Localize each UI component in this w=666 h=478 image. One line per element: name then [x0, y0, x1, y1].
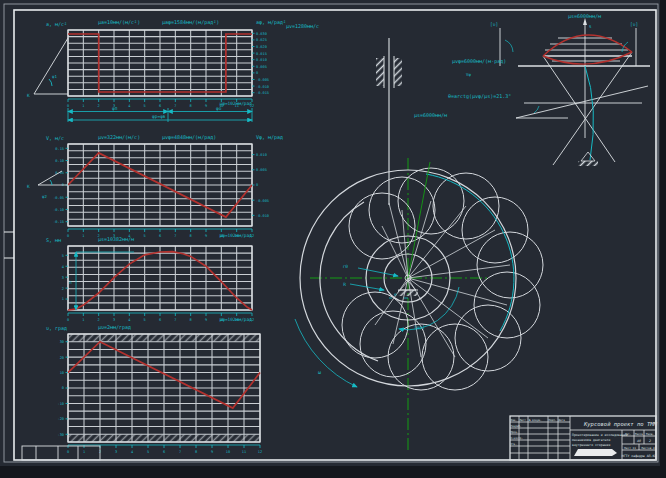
svg-text:3: 3 [113, 318, 115, 322]
title-block-title: Курсовой проект по ТММ [583, 421, 658, 428]
svg-text:7: 7 [179, 450, 181, 454]
tb-col-list: Лист [520, 419, 527, 422]
tb-mass-label: Масса [635, 433, 643, 436]
svg-text:-0.015: -0.015 [256, 91, 269, 95]
chart2-right-axis-label: Vφ, м/рад [256, 134, 283, 141]
guide-hatch-right [394, 58, 402, 86]
chart2-k-label: K [27, 184, 30, 189]
svg-text:0.030: 0.030 [256, 32, 267, 36]
svg-text:8: 8 [190, 318, 192, 322]
svg-text:-20: -20 [58, 417, 65, 421]
svg-text:-0.15: -0.15 [53, 220, 64, 224]
svg-text:-0.010: -0.010 [256, 85, 269, 89]
tb-col-dokum: № докум. [529, 419, 542, 422]
chart1-scale1: μa=10мм/(м/с²) [98, 19, 140, 26]
svg-text:-0.05: -0.05 [53, 196, 64, 200]
tb-organization: НГТУ кафедра АЛ-02 [622, 454, 657, 458]
tb-mass-value: 40 [637, 439, 641, 443]
svg-text:4: 4 [62, 265, 64, 269]
chart3-left-axis-label: S, мм [46, 237, 61, 243]
bottom-strip [0, 466, 666, 478]
chart2-bottom-scale: μφ=102мм/рад [219, 233, 252, 238]
tb-description-line2: механизмов двигателя [572, 438, 610, 442]
right-strip [660, 0, 666, 478]
tb-sheet-number: Лист 11 [624, 446, 636, 450]
tb-description-line3: внутреннего сгорания [572, 443, 610, 447]
svg-text:7: 7 [174, 104, 176, 108]
svg-text:6: 6 [159, 318, 161, 322]
tb-row-razrab: Разраб. [511, 424, 522, 428]
svg-text:9: 9 [205, 234, 207, 238]
sv-theta-formula: θ=arctg(μvφ/μs)=21.3° [448, 93, 511, 100]
svg-text:1: 1 [82, 318, 84, 322]
drawing-canvas[interactable]: 01234567891011120.0300.0250.0200.0150.01… [0, 0, 666, 478]
svg-text:10: 10 [60, 371, 64, 375]
svg-text:0.005: 0.005 [256, 168, 267, 172]
chart2-left-axis-label: V, м/с [46, 135, 64, 141]
chart1-right-axis-label: aφ, м/рад² [256, 19, 286, 26]
svg-text:8: 8 [195, 450, 197, 454]
svg-text:0: 0 [67, 234, 69, 238]
svg-text:6: 6 [159, 104, 161, 108]
chart2-psi-label: ψ2 [42, 194, 47, 199]
sv-nu-right-label: [υ] [630, 22, 638, 27]
svg-text:-30: -30 [58, 433, 65, 437]
svg-text:0.15: 0.15 [55, 147, 64, 151]
guide-hatch-left [376, 58, 384, 86]
cad-drawing-sheet: 01234567891011120.0300.0250.0200.0150.01… [0, 0, 666, 478]
svg-text:0.010: 0.010 [256, 58, 267, 62]
svg-text:4: 4 [131, 450, 133, 454]
svg-text:4: 4 [128, 318, 130, 322]
tb-sheets-total: Листов 4 [641, 446, 655, 450]
chart3-h-label: h [69, 280, 72, 285]
svg-text:0: 0 [67, 318, 69, 322]
tb-scale-label: Масш. [646, 433, 654, 436]
svg-text:0: 0 [256, 71, 258, 75]
svg-text:9: 9 [205, 318, 207, 322]
svg-text:2: 2 [62, 287, 64, 291]
svg-text:9: 9 [211, 450, 213, 454]
tb-row-prov: Пров. [511, 431, 519, 434]
tb-row-nkontr: Н.контр. [511, 437, 524, 440]
svg-text:11: 11 [242, 450, 246, 454]
svg-text:6: 6 [163, 450, 165, 454]
svg-text:10: 10 [226, 450, 230, 454]
cam-R-label: R [343, 282, 346, 287]
svg-text:1: 1 [82, 104, 84, 108]
chart1-k-label: K [27, 93, 30, 98]
svg-text:30: 30 [60, 340, 64, 344]
svg-text:7: 7 [174, 318, 176, 322]
sv-nu-left-label: [υ] [490, 22, 498, 27]
chart1-phi-p-label: φп [112, 106, 118, 111]
cam-e-label: e [394, 292, 397, 297]
svg-text:-0.010: -0.010 [256, 214, 269, 218]
tb-description-line1: Проектирование и исследование [572, 433, 628, 437]
svg-text:5: 5 [144, 234, 146, 238]
cam-r0-label: r0 [343, 264, 349, 269]
svg-text:2: 2 [98, 318, 100, 322]
svg-text:5: 5 [62, 254, 64, 258]
svg-text:0.010: 0.010 [256, 153, 267, 157]
tb-signature-blob [574, 449, 617, 456]
chart1-left-axis-label: a, м/с² [46, 21, 67, 27]
svg-text:12: 12 [258, 450, 262, 454]
svg-text:7: 7 [174, 234, 176, 238]
chart3-scale1: μs=10382мм/м [98, 236, 134, 243]
svg-text:2: 2 [98, 104, 100, 108]
svg-text:3: 3 [62, 276, 64, 280]
svg-text:1: 1 [82, 234, 84, 238]
svg-text:0: 0 [67, 104, 69, 108]
chart1-phi-o-label: φо [216, 106, 222, 111]
svg-text:9: 9 [205, 104, 207, 108]
tb-lit-label: Лит. [625, 433, 631, 436]
svg-text:5: 5 [144, 104, 146, 108]
chart1-phi-r-label: φр=φв [152, 114, 166, 119]
svg-text:0: 0 [256, 183, 258, 187]
svg-text:0.005: 0.005 [256, 65, 267, 69]
svg-text:1: 1 [62, 297, 64, 301]
cam-mu-v-label: μv=1280мм/с [286, 23, 319, 30]
svg-text:5: 5 [147, 450, 149, 454]
tb-col-podp: Подп. [549, 419, 557, 422]
sv-mu-vphi-label: μvφ=6000мм/(м·рад) [452, 58, 506, 65]
cam-mu-s-label: μs=6000мм/м [414, 112, 447, 119]
